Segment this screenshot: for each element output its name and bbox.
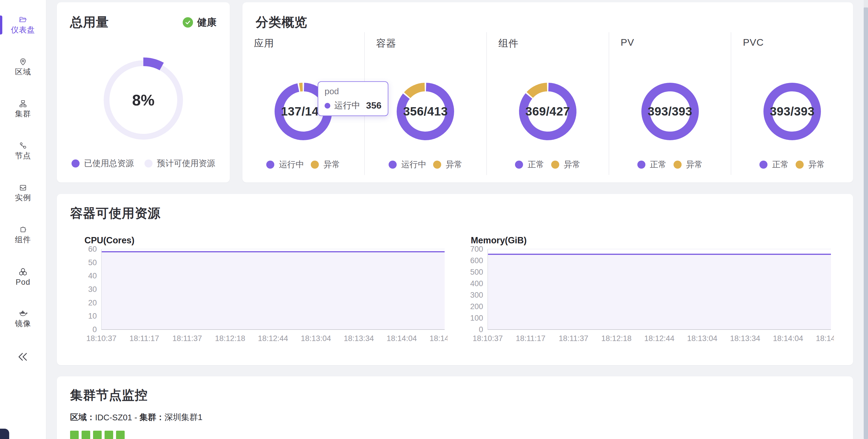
sidebar: 仪表盘 区域 集群 节点 实例 bbox=[0, 0, 46, 439]
container-resources-card: 容器可使用资源 CPU(Cores) 010203040506018:10:37… bbox=[57, 194, 853, 365]
sidebar-item-pod[interactable]: Pod bbox=[0, 267, 46, 287]
svg-text:18:14:04: 18:14:04 bbox=[773, 334, 803, 343]
column-legend: 正常 异常 bbox=[609, 159, 731, 170]
legend-item-normal[interactable]: 正常 bbox=[515, 159, 544, 170]
pvc-donut-chart[interactable]: 393/393 bbox=[755, 74, 830, 149]
double-chevron-left-icon bbox=[17, 351, 29, 362]
svg-text:18:13:34: 18:13:34 bbox=[344, 334, 374, 343]
container-donut-chart[interactable]: 356/413 bbox=[388, 74, 463, 149]
node-status-square[interactable] bbox=[70, 431, 79, 439]
legend-item-abnormal[interactable]: 异常 bbox=[433, 159, 462, 170]
legend-item-running[interactable]: 运行中 bbox=[266, 159, 304, 170]
column-header: 应用 bbox=[242, 32, 364, 50]
instance-inbox-icon bbox=[17, 183, 29, 192]
pod-hexagons-icon bbox=[17, 267, 29, 277]
node-status-square[interactable] bbox=[82, 431, 90, 439]
cpu-line-chart[interactable]: CPU(Cores) 010203040506018:10:3718:11:17… bbox=[74, 234, 447, 355]
scrollbar-track-top bbox=[864, 0, 868, 7]
column-legend: 运行中 异常 bbox=[242, 159, 364, 170]
legend-item-running[interactable]: 运行中 bbox=[389, 159, 426, 170]
cluster-value: 深圳集群1 bbox=[164, 412, 203, 423]
legend-label: 预计可使用资源 bbox=[157, 158, 215, 169]
svg-text:18:12:44: 18:12:44 bbox=[644, 334, 674, 343]
svg-text:0: 0 bbox=[479, 325, 483, 334]
sidebar-item-label: 区域 bbox=[15, 67, 31, 77]
legend-item-abnormal[interactable]: 异常 bbox=[311, 159, 340, 170]
svg-text:60: 60 bbox=[88, 246, 97, 254]
category-overview-title: 分类概览 bbox=[242, 2, 853, 31]
node-status-square[interactable] bbox=[104, 431, 113, 439]
health-check-icon bbox=[183, 17, 193, 28]
total-usage-percent: 8% bbox=[100, 57, 186, 143]
chart-tooltip: pod 运行中 356 bbox=[318, 81, 388, 116]
column-legend: 运行中 异常 bbox=[365, 159, 487, 170]
cluster-label: 集群： bbox=[140, 412, 164, 423]
legend-dot-yellow bbox=[796, 160, 804, 169]
scrollbar-thumb[interactable] bbox=[864, 7, 868, 439]
total-usage-title: 总用量 bbox=[70, 14, 109, 31]
legend-dot-yellow bbox=[551, 160, 559, 169]
svg-text:18:11:17: 18:11:17 bbox=[129, 334, 159, 343]
svg-text:18:11:37: 18:11:37 bbox=[559, 334, 588, 343]
svg-text:200: 200 bbox=[470, 302, 483, 311]
legend-dot-purple bbox=[515, 160, 523, 169]
sidebar-item-dashboard[interactable]: 仪表盘 bbox=[0, 16, 46, 35]
sidebar-item-label: 仪表盘 bbox=[11, 25, 35, 35]
legend-item-abnormal[interactable]: 异常 bbox=[674, 159, 703, 170]
legend-dot-purple bbox=[389, 160, 397, 169]
dashboard-folder-icon bbox=[17, 16, 29, 24]
svg-text:18:13:04: 18:13:04 bbox=[687, 334, 717, 343]
sidebar-item-image[interactable]: 镜像 bbox=[0, 309, 46, 329]
corner-widget[interactable] bbox=[0, 429, 9, 439]
cluster-sitemap-icon bbox=[17, 99, 29, 108]
svg-text:300: 300 bbox=[470, 291, 483, 299]
svg-text:18:12:44: 18:12:44 bbox=[258, 334, 288, 343]
sidebar-item-cluster[interactable]: 集群 bbox=[0, 99, 46, 119]
node-status-square[interactable] bbox=[116, 431, 125, 439]
legend-item-normal[interactable]: 正常 bbox=[760, 159, 789, 170]
legend-item-abnormal[interactable]: 异常 bbox=[796, 159, 825, 170]
node-status-grid bbox=[70, 431, 853, 439]
region-label: 区域： bbox=[70, 412, 95, 423]
node-status-square[interactable] bbox=[93, 431, 102, 439]
sidebar-item-instance[interactable]: 实例 bbox=[0, 183, 46, 203]
legend-dot-purple bbox=[638, 160, 645, 169]
sidebar-item-node[interactable]: 节点 bbox=[0, 141, 46, 161]
column-header: 组件 bbox=[487, 32, 609, 50]
legend-dot-purple bbox=[760, 160, 768, 169]
sidebar-collapse-button[interactable] bbox=[0, 351, 46, 362]
tooltip-title: pod bbox=[324, 86, 381, 96]
column-legend: 正常 异常 bbox=[731, 159, 853, 170]
memory-line-chart[interactable]: Memory(GiB) 010020030040050060070018:10:… bbox=[460, 234, 834, 355]
pv-donut-chart[interactable]: 393/393 bbox=[633, 74, 707, 149]
component-donut-chart[interactable]: 369/427 bbox=[510, 74, 585, 149]
legend-item-available[interactable]: 预计可使用资源 bbox=[145, 158, 215, 169]
total-usage-donut-chart[interactable]: 8% bbox=[100, 57, 186, 143]
sidebar-item-region[interactable]: 区域 bbox=[0, 57, 46, 77]
legend-dot-yellow bbox=[311, 160, 319, 169]
legend-item-abnormal[interactable]: 异常 bbox=[551, 159, 581, 170]
legend-item-normal[interactable]: 正常 bbox=[638, 159, 666, 170]
column-header: PVC bbox=[731, 32, 853, 48]
svg-text:18:14:34: 18:14:34 bbox=[429, 334, 447, 343]
svg-text:18:10:37: 18:10:37 bbox=[86, 334, 116, 343]
svg-text:18:12:18: 18:12:18 bbox=[215, 334, 245, 343]
legend-dot-purple bbox=[71, 159, 80, 168]
health-status-badge: 健康 bbox=[183, 16, 217, 29]
donut-value: 393/393 bbox=[633, 74, 707, 149]
svg-text:100: 100 bbox=[470, 314, 483, 322]
legend-dot-yellow bbox=[674, 160, 682, 169]
total-usage-card: 总用量 健康 8% 已使用总资源 预计可使用资源 bbox=[57, 2, 230, 182]
cluster-nodes-card: 集群节点监控 区域： IDC-SZ01 - 集群： 深圳集群1 bbox=[57, 376, 853, 439]
legend-label: 已使用总资源 bbox=[84, 158, 134, 169]
svg-text:18:14:34: 18:14:34 bbox=[816, 334, 834, 343]
legend-dot-yellow bbox=[433, 160, 441, 169]
legend-item-used[interactable]: 已使用总资源 bbox=[71, 158, 134, 169]
component-puzzle-icon bbox=[17, 225, 29, 234]
sidebar-item-component[interactable]: 组件 bbox=[0, 225, 46, 245]
svg-text:700: 700 bbox=[470, 246, 483, 254]
sidebar-item-label: 组件 bbox=[15, 234, 31, 245]
total-usage-legend: 已使用总资源 预计可使用资源 bbox=[57, 158, 230, 169]
svg-text:600: 600 bbox=[470, 256, 483, 265]
cluster-meta: 区域： IDC-SZ01 - 集群： 深圳集群1 bbox=[70, 412, 853, 423]
